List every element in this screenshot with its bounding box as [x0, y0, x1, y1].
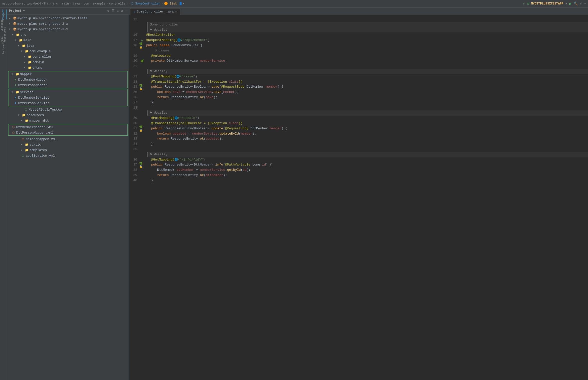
top-bar: mydtt-plus-spring-boot-3-x › src › main … — [0, 0, 588, 7]
tree-item-label: com.example — [29, 49, 51, 53]
tab-label: SomeController.java — [137, 10, 174, 13]
tree-item-DttMemberService[interactable]: I DttMemberService — [8, 95, 127, 100]
tree-item-mapper[interactable]: ▼ 📁 mapper — [8, 71, 127, 77]
code-line: @RestController — [145, 32, 588, 38]
tree-item-static[interactable]: ▶ 📁 static — [7, 142, 129, 147]
tree-item-DttPersonMapper[interactable]: I DttPersonMapper — [8, 82, 127, 88]
tree-item-mydtt-starter[interactable]: ▶ 📦 mydtt-plus-spring-boot-starter-tests — [7, 15, 129, 21]
tree-item-label: mydtt-plus-spring-boot-3-x — [17, 27, 68, 31]
tree-item-MemberMapper-xml[interactable]: ⬡ MemberMapper.xml — [7, 136, 129, 142]
project-dropdown-icon[interactable]: ▼ — [23, 9, 25, 13]
locate-icon[interactable]: ⊕ — [107, 9, 109, 13]
tree-item-label: mapper — [20, 72, 32, 76]
tree-item-com-example[interactable]: ▼ 📁 com.example — [7, 48, 129, 54]
tree-item-label: DttPersonMapper — [18, 83, 47, 87]
tree-item-mapper-dtt[interactable]: ▼ 📁 mapper.dtt — [7, 118, 129, 123]
code-line: boolean updated = memberService.updateBy… — [145, 131, 588, 137]
tree-item-java[interactable]: ▼ 📁 java — [7, 43, 129, 48]
breadcrumb-project[interactable]: mydtt-plus-spring-boot-3-x — [2, 2, 49, 5]
tree-item-mydtt-2x[interactable]: ▶ 📦 mydtt-plus-spring-boot-2-x — [7, 21, 129, 26]
tree-item-label: mapper.dtt — [29, 119, 49, 123]
collapse-icon[interactable]: ☰ — [111, 9, 115, 13]
code-line: ⚑ Weasley — [147, 152, 588, 157]
tree-item-service[interactable]: ▼ 📁 service — [8, 89, 127, 95]
code-line: ⚑ Weasley — [147, 110, 588, 116]
run-button[interactable]: ▶ — [569, 1, 572, 6]
editor-area: ☕ SomeController.java ✕ 12 16 17 18 19 2… — [129, 7, 588, 380]
code-line: @Transactional(rollbackFor = {Exception.… — [145, 121, 588, 126]
more-icon[interactable]: ⋯ — [584, 1, 586, 6]
module-icon: 📦 — [13, 27, 17, 31]
tree-item-label: DttMemberMapper.xml — [16, 125, 53, 129]
tree-item-DttPersonMapper-xml[interactable]: ⬡ DttPersonMapper.xml — [8, 130, 127, 135]
tab-close-button[interactable]: ✕ — [175, 10, 177, 13]
arrow-icon: ▼ — [11, 91, 14, 94]
tree-item-application-yaml[interactable]: ⬡ application.yml — [7, 153, 129, 158]
minimize-icon[interactable]: − — [125, 9, 127, 13]
folder-icon: 📁 — [19, 38, 23, 42]
class-icon: I — [13, 78, 17, 82]
top-bar-right: ⚡ ⚙ MYDTTPLUS3XTESTAPP ▼ ▶ 🔨 ⚡ ⋯ — [523, 1, 586, 6]
tree-item-DttMemberMapper[interactable]: I DttMemberMapper — [8, 77, 127, 82]
tree-item-label: main — [23, 38, 31, 42]
tree-item-label: enums — [32, 66, 42, 70]
settings-icon[interactable]: ⚙ — [121, 9, 123, 13]
tree-item-src[interactable]: ▼ 📁 src — [7, 32, 129, 37]
code-line: public ResponseEntity<DttMember> info(@P… — [145, 162, 588, 168]
arrow-icon: ▼ — [21, 50, 24, 53]
code-line: } — [145, 178, 588, 183]
arrow-icon: ▶ — [21, 149, 24, 152]
tree-item-label: mydtt-plus-spring-boot-2-x — [17, 22, 68, 26]
tree-item-label: application.yml — [26, 154, 55, 158]
code-editor: 12 16 17 18 19 20 21 22 23 24 25 26 27 2… — [129, 15, 588, 380]
package-icon: 📁 — [15, 90, 19, 94]
build-icon[interactable]: 🔨 — [574, 1, 578, 6]
tree-item-templates[interactable]: ▶ 📁 templates — [7, 147, 129, 153]
code-line: @RequestMapping(🌐∨"/api/member") — [145, 38, 588, 43]
code-line: boolean save = memberService.save(member… — [145, 90, 588, 95]
folder-icon: 📁 — [16, 33, 20, 37]
tree-item-label: MydttPlus3xTestAp — [29, 108, 62, 112]
code-line: Some controller — [147, 22, 588, 27]
arrow-icon: ▼ — [18, 114, 21, 117]
sidebar-item-project[interactable]: Project — [0, 9, 6, 19]
code-line: ⚑ Weasley — [147, 69, 588, 74]
tree-item-resources[interactable]: ▼ 📁 resources — [7, 112, 129, 118]
tab-SomeController[interactable]: ☕ SomeController.java ✕ — [130, 8, 180, 15]
folder-icon: 📁 — [22, 113, 26, 117]
arrow-icon: ▼ — [9, 28, 12, 31]
sidebar-item-leetcode[interactable]: Leetcode Pro — [0, 20, 6, 30]
app-dropdown[interactable]: ▼ — [565, 2, 567, 5]
xml-icon: ⬡ — [11, 131, 15, 135]
tree-item-controller[interactable]: ▶ 📁 controller — [7, 54, 129, 59]
tree-item-label: resources — [26, 113, 44, 117]
code-line: public class SomeController { — [145, 43, 588, 48]
tree-item-MydttPlus3xTestAp[interactable]: ⬡ MydttPlus3xTestAp — [7, 107, 129, 112]
xml-icon: ⬡ — [21, 137, 25, 141]
sort-icon[interactable]: ≡ — [117, 9, 119, 13]
code-line: 5 usages — [145, 48, 588, 53]
sidebar-item-pull-requests[interactable]: Pull Requests — [0, 31, 6, 41]
tree-item-DttPersonService[interactable]: I DttPersonService — [8, 100, 127, 106]
tree-item-domain[interactable]: ▶ 📁 domain — [7, 59, 129, 65]
arrow-icon: ▶ — [21, 143, 24, 146]
app-name-label: MYDTTPLUS3XTESTAPP — [531, 2, 564, 5]
arrow-icon: ▼ — [21, 119, 24, 122]
mapper-group-box: ▼ 📁 mapper I DttMemberMapper I DttPerson… — [8, 71, 128, 88]
folder-icon: 📁 — [25, 119, 29, 123]
code-line: return ResponseEntity.ok(dttMember); — [145, 173, 588, 178]
folder-icon: 📁 — [25, 143, 29, 147]
tree-item-mydtt-3x[interactable]: ▼ 📦 mydtt-plus-spring-boot-3-x — [7, 26, 129, 32]
code-line: private DttMemberService memberService; — [145, 58, 588, 64]
tree-item-DttMemberMapper-xml[interactable]: ⬡ DttMemberMapper.xml — [8, 124, 127, 130]
tree-item-enums[interactable]: ▶ 📁 enums — [7, 65, 129, 70]
tree-item-main[interactable]: ▼ 📁 main — [7, 37, 129, 43]
arrow-icon: ▶ — [9, 17, 12, 20]
code-line: public ResponseEntity<Boolean> update(@R… — [145, 126, 588, 131]
sidebar-item-bookmarks[interactable]: Bookmarks — [0, 42, 6, 52]
tree-item-label: DttMemberMapper — [18, 78, 47, 82]
coverage-icon[interactable]: ⚡ — [580, 1, 582, 6]
package-icon: 📁 — [25, 49, 29, 53]
tree-item-label: DttPersonMapper.xml — [16, 131, 53, 135]
code-line: @PostMapping(🌐∨"/save") — [145, 74, 588, 79]
